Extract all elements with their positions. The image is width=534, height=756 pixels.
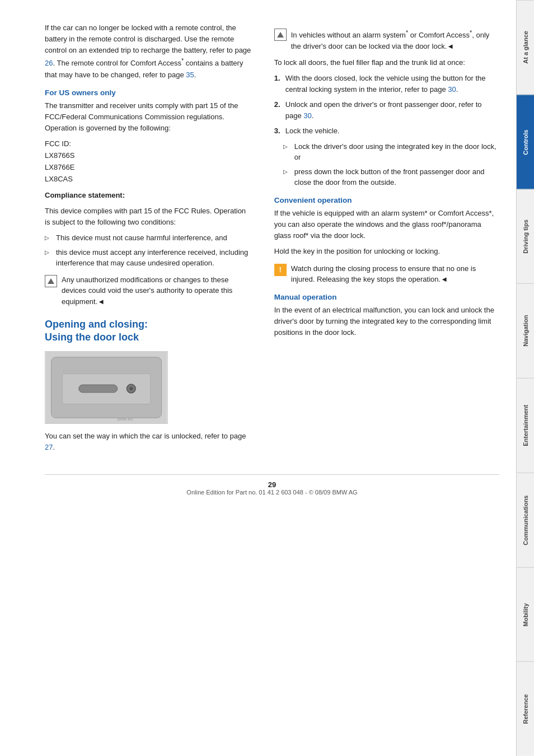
warning-triangle-icon: !: [274, 264, 287, 276]
unauthorized-note: Any unauthorized modifications or change…: [45, 274, 252, 307]
main-content: If the car can no longer be locked with …: [0, 0, 516, 756]
warning-text: Watch during the closing process to ensu…: [291, 263, 499, 285]
warning-box: ! Watch during the closing process to en…: [274, 263, 499, 285]
compliance-heading: Compliance statement:: [45, 190, 252, 201]
vehicles-note-icon: [274, 29, 287, 41]
sidebar-tab-entertainment[interactable]: Entertainment: [517, 378, 534, 473]
svg-point-5: [129, 387, 133, 390]
step-1: 1. With the doors closed, lock the vehic…: [274, 73, 499, 95]
page-35-link[interactable]: 35: [186, 71, 194, 79]
svg-rect-3: [79, 385, 118, 393]
manual-heading: Manual operation: [274, 293, 499, 301]
note-triangle-icon: [45, 275, 57, 287]
sub-steps-list: ▷ Lock the driver's door using the integ…: [283, 141, 499, 188]
page-30a-link[interactable]: 30: [448, 85, 456, 94]
arrow-icon-2: ▷: [45, 248, 54, 256]
exclamation-mark: !: [279, 265, 282, 274]
note-text: Any unauthorized modifications or change…: [62, 274, 252, 307]
sidebar-tab-navigation[interactable]: Navigation: [517, 283, 534, 378]
right-column: In vehicles without an alarm system* or …: [263, 22, 499, 458]
lock-all-intro: To lock all doors, the fuel filler flap …: [274, 57, 499, 68]
sub-arrow-1: ▷: [283, 142, 292, 151]
step-3: 3. Lock the vehicle.: [274, 125, 499, 137]
copyright-text: Online Edition for Part no. 01 41 2 603 …: [45, 489, 499, 496]
page-number: 29: [45, 480, 499, 489]
sidebar-tab-communications[interactable]: Communications: [517, 473, 534, 567]
image-caption: You can set the way in which the car is …: [45, 431, 252, 453]
page-30b-link[interactable]: 30: [303, 111, 311, 120]
step-2: 2. Unlock and open the driver's or front…: [274, 99, 499, 121]
vehicles-note: In vehicles without an alarm system* or …: [274, 28, 499, 52]
convenient-heading: Convenient operation: [274, 196, 499, 204]
sidebar-tab-at-a-glance[interactable]: At a glance: [517, 0, 534, 95]
sub-step-2: ▷ press down the lock button of the fron…: [283, 166, 499, 188]
left-column: If the car can no longer be locked with …: [45, 22, 263, 458]
vehicles-triangle: [277, 32, 284, 38]
steps-list: 1. With the doors closed, lock the vehic…: [274, 73, 499, 137]
sidebar-tab-controls[interactable]: Controls: [517, 95, 534, 189]
fcc-lines: FCC ID:LX8766SLX8766ELX8CAS: [45, 138, 252, 185]
page-27-link[interactable]: 27: [45, 443, 53, 451]
condition-1: ▷ This device must not cause harmful int…: [45, 232, 252, 244]
sidebar-tabs: At a glance Controls Driving tips Naviga…: [516, 0, 534, 756]
convenient-text-2: Hold the key in the position for unlocki…: [274, 246, 499, 257]
conditions-list: ▷ This device must not cause harmful int…: [45, 232, 252, 269]
arrow-icon-1: ▷: [45, 234, 54, 242]
condition-2: ▷ this device must accept any interferen…: [45, 247, 252, 269]
svg-text:BMW AG: BMW AG: [118, 417, 133, 421]
page-26-link[interactable]: 26: [45, 59, 53, 68]
sub-step-1: ▷ Lock the driver's door using the integ…: [283, 141, 499, 163]
manual-text: In the event of an electrical malfunctio…: [274, 305, 499, 338]
sidebar-tab-reference[interactable]: Reference: [517, 661, 534, 756]
sidebar-tab-driving-tips[interactable]: Driving tips: [517, 189, 534, 284]
for-us-heading: For US owners only: [45, 88, 252, 97]
sub-arrow-2: ▷: [283, 167, 292, 176]
section-big-heading: Opening and closing: Using the door lock: [45, 318, 252, 344]
vehicles-note-text: In vehicles without an alarm system* or …: [291, 28, 499, 52]
triangle-shape: [48, 278, 54, 284]
intro-paragraph: If the car can no longer be locked with …: [45, 22, 252, 81]
door-lock-image: BMW AG: [45, 351, 168, 424]
fcc-intro: The transmitter and receiver units compl…: [45, 100, 252, 134]
sidebar-tab-mobility[interactable]: Mobility: [517, 567, 534, 662]
page-footer: 29 Online Edition for Part no. 01 41 2 6…: [45, 474, 499, 496]
convenient-text-1: If the vehicle is equipped with an alarm…: [274, 208, 499, 241]
compliance-text: This device complies with part 15 of the…: [45, 206, 252, 228]
